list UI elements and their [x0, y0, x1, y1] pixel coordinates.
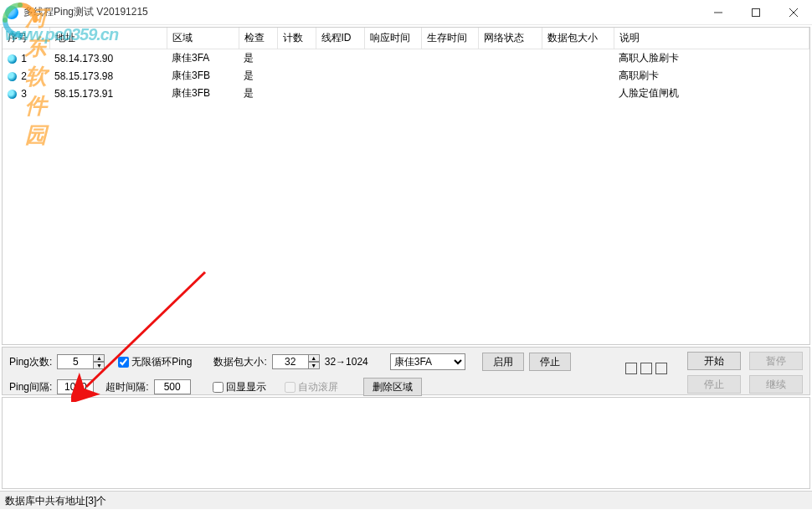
indicator-box-3 [655, 363, 667, 374]
table-cell [364, 49, 421, 68]
globe-icon [8, 90, 17, 99]
column-header[interactable]: 检查 [239, 28, 277, 49]
table-cell: 58.15.173.91 [49, 85, 167, 102]
table-cell: 58.15.173.98 [49, 67, 167, 85]
table-row[interactable]: 258.15.173.98康佳3FB是高职刷卡 [3, 67, 809, 85]
timeout-interval-label: 超时间隔: [105, 380, 148, 394]
minimize-button[interactable] [699, 0, 737, 25]
auto-scroll-checkbox: 自动滚屏 [285, 380, 338, 394]
table-cell: 康佳3FA [167, 49, 239, 68]
table-cell: 康佳3FB [167, 85, 239, 102]
table-cell: 2 [3, 67, 49, 85]
echo-display-check-input[interactable] [213, 382, 224, 393]
packet-size-spinner[interactable]: ▲▼ [308, 354, 320, 369]
column-header[interactable]: 序号 [3, 28, 49, 49]
table-cell [542, 67, 614, 85]
table-cell: 是 [239, 67, 277, 85]
table-cell [364, 67, 421, 85]
table-row[interactable]: 358.15.173.91康佳3FB是人脸定值闸机 [3, 85, 809, 102]
table-cell: 康佳3FB [167, 67, 239, 85]
column-header[interactable]: 区域 [167, 28, 239, 49]
column-header[interactable]: 线程ID [316, 28, 364, 49]
table-cell [316, 85, 364, 102]
main-table-area: 序号地址区域检查计数线程ID响应时间生存时间网络状态数据包大小说明 158.14… [2, 27, 810, 345]
table-cell [277, 67, 316, 85]
column-header[interactable]: 数据包大小 [542, 28, 614, 49]
indicator-box-1 [625, 363, 637, 374]
table-cell: 是 [239, 85, 277, 102]
window-title: 多线程Ping测试 V20191215 [23, 5, 148, 19]
table-cell [542, 49, 614, 68]
globe-icon [8, 54, 17, 64]
maximize-button[interactable] [737, 0, 774, 25]
zone-select[interactable]: 康佳3FA [390, 353, 465, 370]
table-cell: 58.14.173.90 [49, 49, 167, 68]
infinite-loop-check-input[interactable] [118, 357, 129, 368]
column-header[interactable]: 地址 [49, 28, 167, 49]
ping-count-spinner[interactable]: ▲▼ [93, 354, 105, 369]
svg-rect-1 [752, 9, 759, 17]
control-row-1: Ping次数: ▲▼ 无限循环Ping 数据包大小: ▲▼ 32→1024 康佳… [9, 353, 803, 371]
pause-button: 暂停 [749, 352, 803, 370]
globe-icon [8, 72, 17, 81]
column-header[interactable]: 响应时间 [364, 28, 421, 49]
table-cell: 1 [3, 49, 49, 68]
enable-button[interactable]: 启用 [482, 353, 524, 371]
table-cell: 3 [3, 85, 49, 102]
packet-size-range: 32→1024 [325, 356, 368, 368]
close-button[interactable] [774, 0, 812, 25]
app-icon [5, 6, 18, 19]
table-cell [277, 85, 316, 102]
right-button-group: 开始 暂停 停止 继续 [687, 352, 803, 394]
indicator-box-2 [640, 363, 652, 374]
ping-count-input[interactable] [57, 354, 94, 369]
column-header[interactable]: 网络状态 [478, 28, 542, 49]
indicator-boxes [625, 363, 667, 374]
table-cell [316, 49, 364, 68]
table-cell [421, 67, 478, 85]
start-button[interactable]: 开始 [687, 352, 741, 370]
packet-size-label: 数据包大小: [213, 355, 266, 369]
table-cell [421, 49, 478, 68]
table-cell [364, 85, 421, 102]
infinite-loop-checkbox[interactable]: 无限循环Ping [118, 355, 192, 369]
column-header[interactable]: 计数 [277, 28, 316, 49]
ping-table[interactable]: 序号地址区域检查计数线程ID响应时间生存时间网络状态数据包大小说明 158.14… [3, 28, 809, 102]
continue-button: 继续 [749, 375, 803, 394]
packet-size-input[interactable] [272, 354, 309, 369]
timeout-interval-input[interactable] [154, 379, 191, 394]
table-cell [316, 67, 364, 85]
table-row[interactable]: 158.14.173.90康佳3FA是高职人脸刷卡 [3, 49, 809, 68]
table-cell: 高职刷卡 [614, 67, 809, 85]
table-cell [542, 85, 614, 102]
delete-zone-button[interactable]: 删除区域 [363, 378, 422, 396]
control-row-2: Ping间隔: 超时间隔: 回显显示 自动滚屏 删除区域 [9, 378, 803, 396]
ping-count-label: Ping次数: [9, 355, 52, 369]
ping-interval-input[interactable] [57, 379, 94, 394]
auto-scroll-check-input [285, 382, 296, 393]
echo-display-checkbox[interactable]: 回显显示 [213, 380, 266, 394]
stop-button[interactable]: 停止 [529, 353, 571, 371]
table-cell [478, 85, 542, 102]
status-text: 数据库中共有地址[3]个 [5, 495, 106, 507]
control-panel: Ping次数: ▲▼ 无限循环Ping 数据包大小: ▲▼ 32→1024 康佳… [2, 347, 810, 395]
status-bar: 数据库中共有地址[3]个 [0, 491, 812, 509]
table-cell [478, 49, 542, 68]
table-cell [478, 67, 542, 85]
ping-interval-label: Ping间隔: [9, 380, 52, 394]
window-buttons [699, 0, 812, 25]
table-cell: 人脸定值闸机 [614, 85, 809, 102]
log-panel[interactable] [2, 397, 810, 489]
table-cell [277, 49, 316, 68]
column-header[interactable]: 生存时间 [421, 28, 478, 49]
stop2-button: 停止 [687, 375, 741, 394]
column-header[interactable]: 说明 [614, 28, 809, 49]
titlebar: 多线程Ping测试 V20191215 [0, 0, 812, 25]
table-cell [421, 85, 478, 102]
table-cell: 是 [239, 49, 277, 68]
table-cell: 高职人脸刷卡 [614, 49, 809, 68]
